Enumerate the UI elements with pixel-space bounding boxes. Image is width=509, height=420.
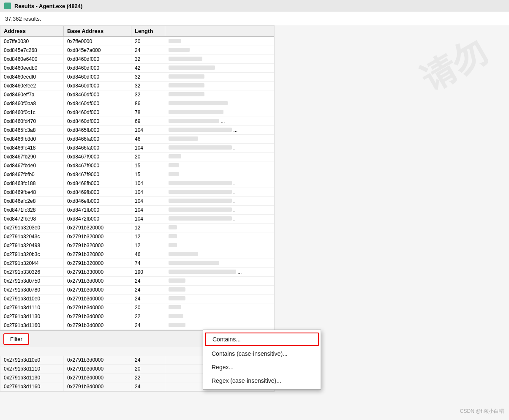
cell-value <box>165 232 274 241</box>
cell-length: 32 <box>131 73 165 81</box>
filter-button[interactable]: Filter <box>3 333 29 345</box>
cell-address: 0xd846efc2e8 <box>0 197 64 205</box>
context-menu: Contains...Contains (case-insensitive)..… <box>203 330 321 390</box>
cell-length: 104 <box>131 206 165 214</box>
table-row[interactable]: 0xd8460eff7a 0xd8460df000 32 <box>0 90 274 99</box>
col-header-base: Base Address <box>64 26 131 36</box>
cell-base: 0x2791b320000 <box>64 259 131 267</box>
table-row[interactable]: 0xd8468fc188 0xd8468fb000 104 . <box>0 179 274 188</box>
cell-length: 24 <box>131 277 165 285</box>
context-menu-item[interactable]: Contains (case-insensitive)... <box>203 347 321 360</box>
table-row[interactable]: 0x2791b3d0780 0x2791b3d0000 24 <box>0 286 274 295</box>
cell-base: 0xd8460df000 <box>64 82 131 90</box>
cell-base: 0x7ffe0000 <box>64 37 131 46</box>
cell-length: 24 <box>131 321 165 330</box>
cell-value <box>165 55 274 63</box>
table-row[interactable]: 0x2791b32043c 0x2791b320000 12 <box>0 232 274 241</box>
cell-length: 12 <box>131 224 165 232</box>
table-row[interactable]: 0x2791b3203e0 0x2791b320000 12 <box>0 224 274 232</box>
cell-base: 0x2791b3d0000 <box>64 295 131 303</box>
blurred-value <box>169 234 177 238</box>
cell-base: 0xd8471fb000 <box>64 206 131 214</box>
cell-address: 0xd8460eedb0 <box>0 64 64 72</box>
blurred-value <box>169 207 232 212</box>
cell-base: 0xd846efb000 <box>64 197 131 205</box>
cell-address: 0xd845e7c268 <box>0 46 64 55</box>
blurred-value <box>169 296 185 300</box>
cell-value <box>165 46 274 55</box>
cell-value <box>165 224 274 232</box>
table-row[interactable]: 0xd8467fb290 0xd8467f9000 20 <box>0 153 274 161</box>
table-row[interactable]: 0xd8466fc418 0xd8466fa000 104 . <box>0 144 274 153</box>
cell-length: 104 <box>131 126 165 134</box>
table-row[interactable]: 0x2791b330326 0x2791b330000 190 ... <box>0 268 274 277</box>
cell-address: 0x2791b3d1160 <box>0 382 64 391</box>
context-menu-item[interactable]: Regex... <box>203 360 321 374</box>
cell-value <box>165 277 274 285</box>
cell-address: 0x2791b3d10e0 <box>0 356 64 364</box>
blurred-value <box>169 145 232 150</box>
blurred-value <box>169 101 228 105</box>
cell-length: 20 <box>131 303 165 312</box>
cell-base: 0x2791b320000 <box>64 232 131 241</box>
table-row[interactable]: 0xd8460e6400 0xd8460df000 32 <box>0 55 274 64</box>
table-row[interactable]: 0xd845e7c268 0xd845e7a000 24 <box>0 46 274 55</box>
table-row[interactable]: 0xd8460efee2 0xd8460df000 32 <box>0 82 274 90</box>
table-row[interactable]: 0x2791b3d1130 0x2791b3d0000 22 <box>0 312 274 321</box>
table-row[interactable]: 0xd8460eedf0 0xd8460df000 32 <box>0 73 274 82</box>
cell-value: . <box>165 197 274 205</box>
table-row[interactable]: 0xd8460f0ba8 0xd8460df000 86 <box>0 99 274 108</box>
table-row[interactable]: 0x2791b3d0750 0x2791b3d0000 24 <box>0 277 274 286</box>
table-row[interactable]: 0xd8460fd470 0xd8460df000 69 ... <box>0 117 274 126</box>
blurred-value <box>169 305 181 309</box>
cell-value <box>165 64 274 72</box>
table-row[interactable]: 0xd8466fb3d0 0xd8466fa000 46 <box>0 135 274 144</box>
table-row[interactable]: 0x7ffe0030 0x7ffe0000 20 <box>0 37 274 46</box>
table-row[interactable]: 0xd8465fc3a8 0xd8465fb000 104 ... <box>0 126 274 135</box>
cell-length: 22 <box>131 374 165 382</box>
table-row[interactable]: 0x2791b3d10e0 0x2791b3d0000 24 <box>0 295 274 303</box>
cell-base: 0xd8460df000 <box>64 108 131 117</box>
cell-value: . <box>165 215 274 223</box>
cell-address: 0xd8460f0ba8 <box>0 99 64 108</box>
context-menu-item[interactable]: Contains... <box>205 333 319 346</box>
table-row[interactable]: 0xd8471fc328 0xd8471fb000 104 . <box>0 206 274 215</box>
table-row[interactable]: 0x2791b320f44 0x2791b320000 74 <box>0 259 274 268</box>
table-row[interactable]: 0x2791b3d1110 0x2791b3d0000 20 <box>0 303 274 312</box>
blurred-value <box>169 119 219 123</box>
context-menu-item[interactable]: Regex (case-insensitive)... <box>203 374 321 387</box>
table-row[interactable]: 0xd8472fbe98 0xd8472fb000 104 . <box>0 215 274 224</box>
cell-value <box>165 37 274 46</box>
cell-value: ... <box>165 268 274 276</box>
table-row[interactable]: 0xd846efc2e8 0xd846efb000 104 . <box>0 197 274 206</box>
col-header-value <box>165 26 274 36</box>
blurred-value <box>169 287 185 292</box>
cell-base: 0x2791b3d0000 <box>64 374 131 382</box>
blurred-value <box>169 190 232 194</box>
cell-address: 0xd8460eedf0 <box>0 73 64 81</box>
cell-base: 0x2791b3d0000 <box>64 286 131 294</box>
cell-address: 0xd8460f0c1c <box>0 108 64 117</box>
blurred-value <box>169 136 198 141</box>
cell-address: 0x2791b32043c <box>0 232 64 241</box>
table-row[interactable]: 0x2791b320498 0x2791b320000 12 <box>0 241 274 250</box>
cell-value <box>165 259 274 267</box>
table-row[interactable]: 0x2791b3d1160 0x2791b3d0000 24 <box>0 321 274 330</box>
table-row[interactable]: 0xd8469fbe48 0xd8469fb000 104 . <box>0 188 274 197</box>
table-row[interactable]: 0x2791b320b3c 0x2791b320000 46 <box>0 250 274 259</box>
table-row[interactable]: 0xd8467fbfb0 0xd8467f9000 15 <box>0 170 274 179</box>
cell-base: 0x2791b3d0000 <box>64 356 131 364</box>
table-row[interactable]: 0xd8460eedb0 0xd8460df000 42 <box>0 64 274 73</box>
blurred-value <box>169 57 202 61</box>
cell-base: 0x2791b330000 <box>64 268 131 276</box>
cell-base: 0x2791b320000 <box>64 241 131 250</box>
cell-length: 24 <box>131 295 165 303</box>
cell-base: 0x2791b3d0000 <box>64 312 131 321</box>
table-row[interactable]: 0xd8467fbde0 0xd8467f9000 15 <box>0 161 274 170</box>
cell-address: 0x2791b320b3c <box>0 250 64 259</box>
table-row[interactable]: 0xd8460f0c1c 0xd8460df000 78 <box>0 108 274 117</box>
cell-address: 0x2791b3203e0 <box>0 224 64 232</box>
cell-base: 0xd8460df000 <box>64 117 131 125</box>
cell-address: 0x2791b3d1110 <box>0 365 64 373</box>
cell-address: 0xd8467fbfb0 <box>0 170 64 179</box>
